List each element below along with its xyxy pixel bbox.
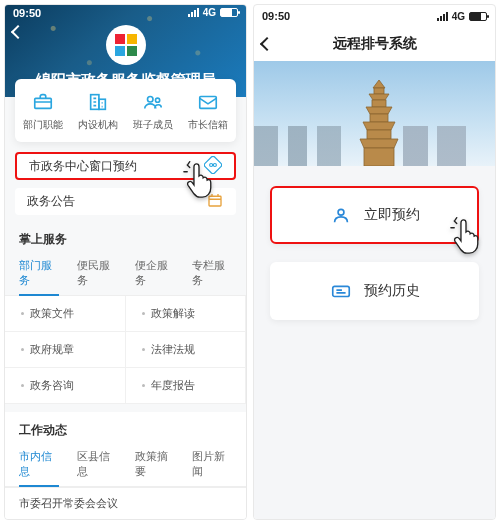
palm-grid: 政策文件 政策解读 政府规章 法律法规 政务咨询 年度报告	[5, 296, 246, 404]
svg-point-4	[156, 98, 160, 102]
right-body: 立即预约 预约历史	[254, 166, 495, 519]
status-bar: 09:50 4G	[254, 5, 495, 27]
back-icon[interactable]	[11, 25, 25, 39]
work-header: 工作动态	[5, 412, 246, 443]
quick-item-structure[interactable]: 内设机构	[70, 79, 125, 142]
svg-rect-19	[364, 148, 394, 166]
status-time: 09:50	[13, 7, 41, 19]
svg-point-7	[210, 163, 213, 166]
svg-rect-13	[372, 100, 386, 107]
palm-link[interactable]: 政策文件	[5, 296, 126, 332]
palm-link[interactable]: 政务咨询	[5, 368, 126, 404]
svg-rect-17	[367, 130, 391, 139]
work-tab-policy[interactable]: 政策摘要	[135, 443, 175, 486]
network-label: 4G	[203, 7, 216, 18]
quick-item-team[interactable]: 班子成员	[126, 79, 181, 142]
signal-icon	[188, 8, 199, 17]
notice-label: 政务公告	[27, 193, 75, 210]
phone-left: 09:50 4G 绵阳市政务服务监督管理局 部门职能	[4, 4, 247, 520]
quick-item-mailbox[interactable]: 市长信箱	[181, 79, 236, 142]
palm-link[interactable]: 法律法规	[126, 332, 247, 368]
appointment-label: 市政务中心窗口预约	[29, 158, 137, 175]
svg-marker-12	[369, 94, 389, 100]
palm-tabs: 部门服务 便民服务 便企服务 专栏服务	[5, 252, 246, 296]
work-tab-county[interactable]: 区县信息	[77, 443, 117, 486]
briefcase-icon	[30, 91, 56, 113]
svg-rect-15	[370, 114, 388, 122]
svg-marker-10	[373, 80, 385, 88]
pointer-hand-icon	[449, 216, 483, 258]
app-logo	[106, 25, 146, 65]
quick-item-duties[interactable]: 部门职能	[15, 79, 70, 142]
appointment-icon	[204, 156, 222, 177]
palm-link[interactable]: 年度报告	[126, 368, 247, 404]
svg-rect-0	[34, 98, 51, 108]
svg-rect-11	[374, 88, 384, 94]
history-label: 预约历史	[364, 282, 420, 300]
battery-icon	[220, 8, 238, 17]
status-right: 4G	[437, 11, 487, 22]
user-icon	[330, 204, 352, 226]
palm-link[interactable]: 政府规章	[5, 332, 126, 368]
people-icon	[140, 91, 166, 113]
svg-marker-14	[366, 107, 392, 114]
network-label: 4G	[452, 11, 465, 22]
svg-rect-2	[99, 99, 105, 109]
palm-link[interactable]: 政策解读	[126, 296, 247, 332]
palm-tab-people[interactable]: 便民服务	[77, 252, 117, 295]
notice-icon	[206, 191, 224, 212]
svg-marker-18	[360, 139, 398, 148]
pagoda-icon	[355, 78, 403, 166]
back-icon[interactable]	[260, 37, 274, 51]
mail-icon	[195, 91, 221, 113]
quick-label: 班子成员	[126, 118, 181, 132]
appointment-row[interactable]: 市政务中心窗口预约	[15, 152, 236, 180]
palm-service-header: 掌上服务	[5, 223, 246, 252]
news-item[interactable]: 市委召开常委会会议	[5, 487, 246, 519]
work-tab-city[interactable]: 市内信息	[19, 443, 59, 487]
palm-tab-dept[interactable]: 部门服务	[19, 252, 59, 296]
svg-rect-21	[332, 286, 349, 296]
book-now-button[interactable]: 立即预约	[270, 186, 479, 244]
palm-tab-special[interactable]: 专栏服务	[192, 252, 232, 295]
svg-point-20	[338, 209, 344, 215]
work-tab-photo[interactable]: 图片新闻	[192, 443, 232, 486]
work-tabs: 市内信息 区县信息 政策摘要 图片新闻	[5, 443, 246, 487]
battery-icon	[469, 12, 487, 21]
book-now-label: 立即预约	[364, 206, 420, 224]
building-icon	[85, 91, 111, 113]
history-button[interactable]: 预约历史	[270, 262, 479, 320]
ticket-icon	[330, 280, 352, 302]
phone-right: 09:50 4G 远程排号系统	[253, 4, 496, 520]
svg-marker-16	[363, 122, 395, 130]
page-title: 远程排号系统	[333, 35, 417, 53]
svg-point-3	[148, 97, 154, 103]
status-right: 4G	[188, 7, 238, 18]
quick-label: 内设机构	[70, 118, 125, 132]
title-bar: 远程排号系统	[254, 27, 495, 61]
svg-point-8	[213, 163, 216, 166]
svg-rect-9	[209, 196, 221, 206]
hero-banner	[254, 61, 495, 166]
notice-row[interactable]: 政务公告	[15, 188, 236, 215]
quick-label: 市长信箱	[181, 118, 236, 132]
palm-tab-biz[interactable]: 便企服务	[135, 252, 175, 295]
quick-actions-card: 部门职能 内设机构 班子成员 市长信箱	[15, 79, 236, 142]
status-time: 09:50	[262, 10, 290, 22]
quick-label: 部门职能	[15, 118, 70, 132]
signal-icon	[437, 12, 448, 21]
status-bar: 09:50 4G	[5, 5, 246, 21]
svg-rect-5	[200, 97, 217, 109]
